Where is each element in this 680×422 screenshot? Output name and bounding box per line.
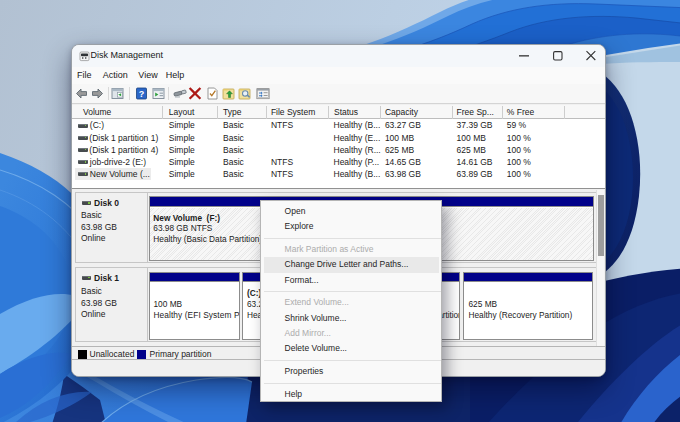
svg-text:?: ?	[138, 88, 144, 98]
